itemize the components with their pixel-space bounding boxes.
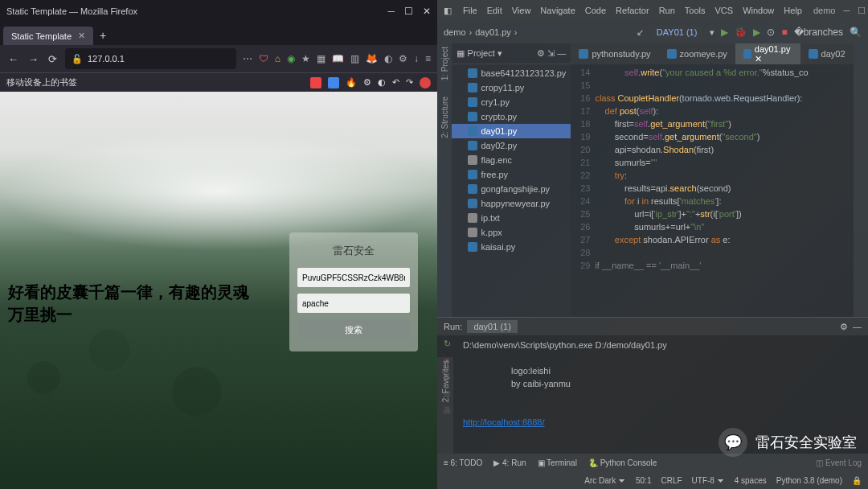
browser-tab[interactable]: Static Template ✕	[3, 27, 93, 45]
minimize-icon[interactable]: ─	[843, 6, 850, 16]
output-link[interactable]: http://localhost:8888/	[463, 417, 545, 427]
status-pos[interactable]: 50:1	[636, 476, 651, 485]
menu-file[interactable]: File	[463, 6, 477, 15]
file-item[interactable]: happynewyear.py	[452, 196, 571, 211]
file-item[interactable]: cropy11.py	[452, 80, 571, 95]
file-item[interactable]: flag.enc	[452, 153, 571, 167]
back-button[interactable]: ←	[5, 50, 22, 68]
file-item[interactable]: day01.py	[452, 124, 571, 138]
breadcrumb-item[interactable]: demo	[444, 27, 466, 37]
structure-tool-button[interactable]: 2: Structure	[440, 97, 449, 138]
vcs-button[interactable]: �branches	[794, 27, 843, 38]
ext-icon[interactable]: ◐	[383, 51, 394, 66]
coverage-button[interactable]: ▶	[753, 27, 760, 38]
new-tab-button[interactable]: +	[93, 26, 113, 45]
bookmarks-label[interactable]: 移动设备上的书签	[6, 76, 77, 88]
search-button[interactable]: 搜索	[297, 319, 410, 340]
menu-button[interactable]: ≡	[424, 51, 432, 66]
ext-icon[interactable]: ⌂	[273, 51, 282, 66]
menu-run[interactable]: Run	[659, 6, 675, 15]
debug-button[interactable]: 🐞	[735, 27, 747, 38]
stop-button[interactable]: ■	[781, 27, 787, 38]
panel-settings-icon[interactable]: ⚙ ⇲ —	[537, 48, 566, 59]
menu-navigate[interactable]: Navigate	[540, 6, 575, 15]
search-button[interactable]: 🔍	[850, 27, 862, 38]
file-item[interactable]: ip.txt	[452, 211, 571, 225]
close-icon[interactable]: ✕	[423, 6, 431, 17]
status-eol[interactable]: CRLF	[661, 476, 682, 485]
tool-window-button[interactable]: 🐍 Python Console	[588, 458, 657, 467]
status-interpreter[interactable]: Python 3.8 (demo)	[776, 476, 842, 485]
favorites-tool-button[interactable]: 2: Favorites	[441, 360, 450, 402]
ext-icon[interactable]: ⋯	[241, 51, 254, 66]
menu-edit[interactable]: Edit	[487, 6, 502, 15]
profile-button[interactable]: ⊙	[767, 27, 775, 38]
url-bar[interactable]: 🔓 127.0.0.1	[65, 48, 236, 69]
status-theme[interactable]: Arc Dark ⏷	[584, 476, 626, 485]
breadcrumb-item[interactable]: day01.py	[475, 27, 511, 37]
editor-tab[interactable]: pythonstudy.py	[571, 43, 658, 64]
hide-icon[interactable]: —	[853, 322, 862, 331]
file-item[interactable]: base64123123123.py	[452, 66, 571, 80]
menu-code[interactable]: Code	[585, 6, 606, 15]
maximize-icon[interactable]: ☐	[404, 6, 413, 17]
editor-tab[interactable]: day01.py ✕	[735, 43, 800, 64]
run-config-selector[interactable]: DAY01 (1)	[650, 26, 704, 39]
ext-icon[interactable]: ★	[300, 51, 312, 66]
bookmark-icon[interactable]: ⚙	[363, 77, 371, 88]
file-item[interactable]: cry1.py	[452, 95, 571, 109]
bookmark-icon[interactable]: 🔥	[346, 77, 357, 88]
bookmark-icon[interactable]: ↷	[406, 77, 413, 88]
ext-icon[interactable]: 🦊	[364, 51, 379, 66]
bookmark-icon[interactable]: ↶	[392, 77, 399, 88]
bookmark-icon[interactable]: ◐	[378, 77, 386, 88]
menu-window[interactable]: Window	[743, 6, 774, 15]
menu-refactor[interactable]: Refactor	[616, 6, 649, 15]
ext-icon[interactable]: 📖	[330, 51, 346, 66]
file-item[interactable]: free.py	[452, 167, 571, 182]
ext-icon[interactable]: ◉	[285, 51, 297, 66]
status-indent[interactable]: 4 spaces	[735, 476, 767, 485]
ext-icon[interactable]: ▥	[349, 51, 361, 66]
rerun-button[interactable]: ↻	[444, 339, 451, 349]
token-input[interactable]	[297, 268, 410, 287]
add-config-icon[interactable]: ↙	[637, 27, 644, 38]
bookmark-icon[interactable]	[310, 77, 321, 88]
ext-icon[interactable]: ↓	[412, 51, 420, 66]
menu-help[interactable]: Help	[784, 6, 802, 15]
code-content[interactable]: self.write("your caused a %d error."%sta…	[595, 64, 853, 317]
file-item[interactable]: kaisai.py	[452, 240, 571, 254]
event-log-button[interactable]: ◫ Event Log	[816, 458, 862, 467]
menu-view[interactable]: View	[512, 6, 531, 15]
file-item[interactable]: gongfangshijie.py	[452, 182, 571, 196]
tool-window-button[interactable]: ▣ Terminal	[538, 458, 577, 467]
lock-icon[interactable]: 🔒	[852, 476, 862, 485]
run-button[interactable]: ▶	[721, 27, 728, 38]
ext-icon[interactable]: ⚙	[397, 51, 409, 66]
ext-icon[interactable]: ▦	[315, 51, 327, 66]
status-encoding[interactable]: UTF-8 ⏷	[692, 476, 725, 485]
tool-window-button[interactable]: ≡ 6: TODO	[444, 458, 482, 467]
chevron-down-icon[interactable]: ▾	[710, 27, 714, 38]
file-item[interactable]: crypto.py	[452, 109, 571, 124]
project-name: demo	[813, 6, 836, 16]
minimize-icon[interactable]: ─	[387, 6, 395, 17]
bookmark-icon[interactable]	[328, 77, 339, 88]
forward-button[interactable]: →	[25, 50, 42, 68]
maximize-icon[interactable]: ☐	[858, 6, 866, 16]
bookmark-icon[interactable]	[420, 77, 431, 88]
file-item[interactable]: k.ppx	[452, 225, 571, 240]
reload-button[interactable]: ⟳	[45, 50, 60, 68]
ext-icon[interactable]: 🛡	[257, 51, 270, 66]
tab-close-icon[interactable]: ✕	[78, 31, 85, 41]
query-input[interactable]	[297, 294, 410, 313]
tool-window-button[interactable]: ▶ 4: Run	[493, 458, 526, 467]
run-tab[interactable]: day01 (1)	[467, 320, 517, 333]
project-tool-button[interactable]: 1: Project	[440, 47, 449, 80]
editor-tab[interactable]: zoomeye.py	[659, 43, 735, 64]
file-item[interactable]: day02.py	[452, 138, 571, 153]
gear-icon[interactable]: ⚙	[840, 322, 848, 331]
menu-tools[interactable]: Tools	[685, 6, 706, 15]
menu-vcs[interactable]: VCS	[715, 6, 734, 15]
editor-tab[interactable]: day02	[800, 43, 854, 64]
